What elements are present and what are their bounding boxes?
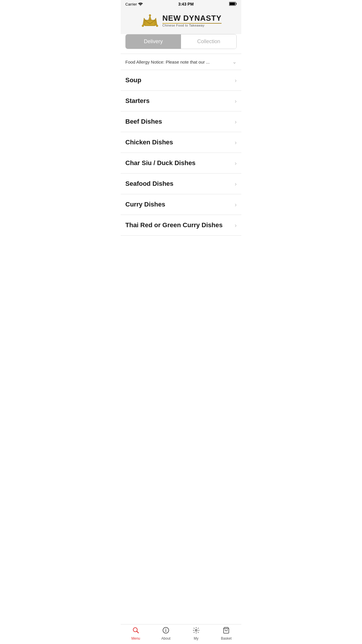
menu-item-label: Char Siu / Duck Dishes xyxy=(125,159,196,167)
chevron-right-icon: › xyxy=(235,181,237,187)
main-content: Food Allergy Notice: Please note that ou… xyxy=(121,54,241,236)
svg-rect-2 xyxy=(236,3,237,5)
menu-item-label: Curry Dishes xyxy=(125,201,165,208)
menu-item-label: Chicken Dishes xyxy=(125,139,173,146)
chevron-right-icon: › xyxy=(235,222,237,229)
chevron-right-icon: › xyxy=(235,77,237,84)
order-type-toggle: Delivery Collection xyxy=(125,34,237,49)
menu-item[interactable]: Starters › xyxy=(121,91,241,111)
menu-item[interactable]: Soup › xyxy=(121,70,241,91)
battery-icon xyxy=(229,2,237,7)
chevron-right-icon: › xyxy=(235,98,237,104)
status-time: 3:43 PM xyxy=(178,2,194,6)
wifi-icon xyxy=(138,2,143,6)
menu-item[interactable]: Beef Dishes › xyxy=(121,111,241,132)
menu-item[interactable]: Seafood Dishes › xyxy=(121,174,241,194)
menu-item-label: Seafood Dishes xyxy=(125,180,173,188)
logo-title: NEW DYNASTY xyxy=(162,14,222,22)
svg-point-10 xyxy=(156,25,158,27)
chevron-down-icon: ⌄ xyxy=(232,59,237,65)
status-bar: Carrier 3:43 PM xyxy=(121,0,241,8)
menu-item-label: Thai Red or Green Curry Dishes xyxy=(125,221,223,229)
svg-point-0 xyxy=(140,6,141,6)
menu-item[interactable]: Chicken Dishes › xyxy=(121,132,241,153)
menu-item[interactable]: Thai Red or Green Curry Dishes › xyxy=(121,215,241,236)
chevron-right-icon: › xyxy=(235,139,237,146)
battery-svg xyxy=(229,2,237,6)
chevron-right-icon: › xyxy=(235,118,237,125)
svg-rect-3 xyxy=(230,2,235,5)
logo-icon xyxy=(140,11,159,30)
logo-subtitle: Chinese Food to Takeaway xyxy=(162,24,222,27)
carrier-text: Carrier xyxy=(125,2,143,6)
menu-item[interactable]: Curry Dishes › xyxy=(121,194,241,215)
menu-item-label: Starters xyxy=(125,97,150,105)
allergy-notice-text: Food Allergy Notice: Please note that ou… xyxy=(125,60,210,64)
menu-item[interactable]: Char Siu / Duck Dishes › xyxy=(121,153,241,174)
app-header: NEW DYNASTY Chinese Food to Takeaway xyxy=(121,8,241,34)
delivery-tab[interactable]: Delivery xyxy=(126,34,181,49)
chevron-right-icon: › xyxy=(235,201,237,208)
allergy-notice-row[interactable]: Food Allergy Notice: Please note that ou… xyxy=(121,54,241,70)
collection-tab[interactable]: Collection xyxy=(181,34,236,49)
logo-text: NEW DYNASTY Chinese Food to Takeaway xyxy=(162,14,222,27)
chevron-right-icon: › xyxy=(235,160,237,167)
menu-item-label: Beef Dishes xyxy=(125,118,162,125)
menu-item-label: Soup xyxy=(125,76,141,84)
svg-point-9 xyxy=(149,14,151,16)
svg-point-8 xyxy=(142,25,144,27)
menu-list: Soup › Starters › Beef Dishes › Chicken … xyxy=(121,70,241,236)
logo-container: NEW DYNASTY Chinese Food to Takeaway xyxy=(140,11,222,30)
